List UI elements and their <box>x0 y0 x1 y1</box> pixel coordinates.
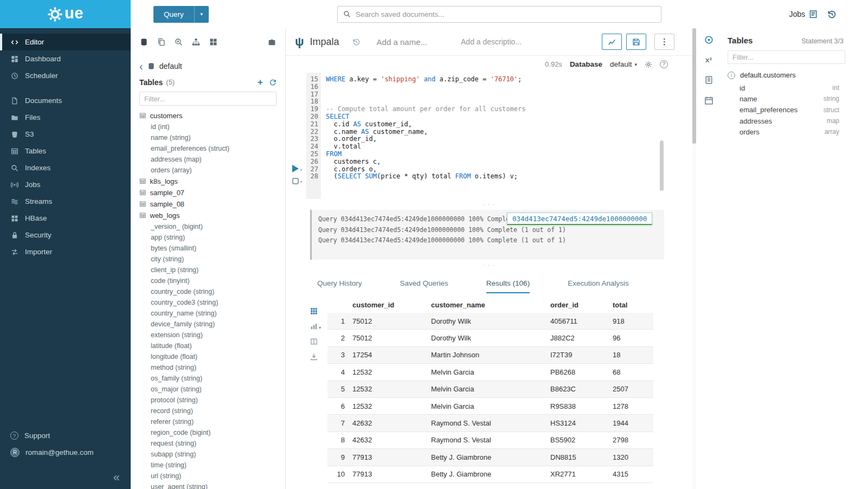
tab-results-106[interactable]: Results (106) <box>486 279 530 293</box>
query-description-field[interactable]: Add a descriptio... <box>461 37 522 46</box>
job-id-tooltip[interactable]: 034d413ec7474ed5:4249de1000000000 <box>507 213 652 225</box>
columns-view-icon[interactable] <box>310 338 318 345</box>
assist-column[interactable]: country_code (string) <box>139 286 277 297</box>
sidebar-item-dashboard[interactable]: Dashboard <box>0 50 131 67</box>
assist-column[interactable]: os_family (string) <box>139 373 277 384</box>
assistant-icon[interactable] <box>704 35 713 44</box>
assist-column[interactable]: country_name (string) <box>139 308 277 319</box>
assist-column[interactable]: longitude (float) <box>139 351 277 362</box>
execute-button[interactable]: ▾ <box>292 165 303 172</box>
assist-column[interactable]: name (string) <box>139 132 277 143</box>
assist-table[interactable]: web_logs <box>139 210 277 221</box>
database-breadcrumb[interactable]: default <box>159 62 182 70</box>
results-row[interactable]: 742632Raymond S. VestalHS31241944 <box>327 415 653 432</box>
code-line[interactable]: 23 o.order_id, <box>286 136 692 143</box>
hue-logo[interactable]: ue <box>0 0 131 28</box>
sources-icon[interactable] <box>140 38 148 46</box>
sql-editor[interactable]: 15WHERE a.key = 'shipping' and a.zip_cod… <box>286 73 692 199</box>
functions-icon[interactable]: x² <box>705 56 712 64</box>
results-column-header[interactable]: total <box>613 301 653 309</box>
results-row[interactable]: 412532Melvin GarciaPB626868 <box>327 364 653 381</box>
code-line[interactable]: 16 <box>286 83 692 91</box>
right-column-row[interactable]: idint <box>740 82 839 93</box>
results-row[interactable]: 317254Martin JohnsonI72T3918 <box>327 347 653 364</box>
sitemap-icon[interactable] <box>192 38 200 46</box>
code-line[interactable]: 18 <box>286 98 692 106</box>
assist-column[interactable]: app (string) <box>139 232 277 243</box>
code-line[interactable]: 17 <box>286 91 692 99</box>
save-button[interactable] <box>626 34 646 50</box>
right-column-row[interactable]: namestring <box>740 93 839 104</box>
refresh-icon[interactable] <box>269 79 277 86</box>
results-column-header[interactable]: customer_name <box>431 301 550 309</box>
sidebar-item-scheduler[interactable]: Scheduler <box>0 67 131 84</box>
page-scrollbar[interactable] <box>692 28 696 489</box>
assist-table[interactable]: sample_08 <box>139 198 277 210</box>
code-line[interactable]: 22 c.name AS customer_name, <box>286 128 692 136</box>
sidebar-item-hbase[interactable]: HBase <box>0 210 131 227</box>
assist-column[interactable]: request (string) <box>139 438 277 449</box>
results-column-header[interactable]: order_id <box>550 301 613 309</box>
query-history-icon[interactable] <box>352 38 361 46</box>
scrollbar-thumb[interactable] <box>692 28 696 144</box>
schedule-icon[interactable] <box>704 96 713 105</box>
code-line[interactable]: 24 v.total <box>286 143 692 151</box>
assist-column[interactable]: method (string) <box>139 362 277 373</box>
assist-table[interactable]: customers <box>139 110 277 121</box>
sidebar-item-indexes[interactable]: Indexes <box>0 159 131 176</box>
tab-execution-analysis[interactable]: Execution Analysis <box>568 279 629 293</box>
sidebar-item-jobs[interactable]: Jobs <box>0 176 131 193</box>
sidebar-item-files[interactable]: Files <box>0 109 131 126</box>
documents-pane-icon[interactable] <box>157 38 165 46</box>
results-row[interactable]: 512532Melvin GarciaB8623C2507 <box>327 381 653 398</box>
right-column-row[interactable]: email_preferencesstruct <box>740 105 839 115</box>
assist-column[interactable]: user_agent (string) <box>139 481 277 489</box>
assist-column[interactable]: record (string) <box>139 406 277 416</box>
editor-scrollbar[interactable] <box>660 140 664 191</box>
results-row[interactable]: 842632Raymond S. VestalBS59022798 <box>327 432 653 449</box>
chart-button[interactable] <box>602 34 622 50</box>
history-icon[interactable] <box>827 10 837 19</box>
assist-table[interactable]: k8s_logs <box>139 176 277 187</box>
right-column-row[interactable]: ordersarray <box>740 126 839 137</box>
help-icon[interactable]: ? <box>660 60 668 68</box>
assist-column[interactable]: code (tinyint) <box>139 275 277 286</box>
assist-filter-input[interactable] <box>139 92 277 106</box>
sidebar-item-security[interactable]: Security <box>0 227 131 243</box>
assist-column[interactable]: addresses (map) <box>139 154 277 165</box>
sidebar-item-s3[interactable]: S3 <box>0 126 131 143</box>
language-reference-icon[interactable] <box>704 75 713 85</box>
back-chevron-icon[interactable]: ‹ <box>139 63 143 69</box>
results-row[interactable]: 1077913Betty J. GiambroneXR27714315 <box>327 466 653 483</box>
assist-column[interactable]: extension (string) <box>139 330 277 340</box>
results-column-header[interactable]: customer_id <box>352 301 431 309</box>
search-input[interactable] <box>356 10 655 18</box>
database-select[interactable]: default ▾ <box>610 60 637 68</box>
query-dropdown-caret[interactable]: ▾ <box>194 6 209 23</box>
chart-view-button[interactable]: ▾ <box>310 323 321 330</box>
query-name-field[interactable]: Add a name... <box>377 37 427 47</box>
results-row[interactable]: 977913Betty J. GiambroneDN88151320 <box>327 449 653 466</box>
download-icon[interactable] <box>310 353 318 361</box>
assist-column[interactable]: latitude (float) <box>139 340 277 351</box>
assist-column[interactable]: id (int) <box>139 121 277 132</box>
sidebar-item-streams[interactable]: Streams <box>0 193 131 210</box>
sidebar-item-support[interactable]: ? Support <box>0 427 131 444</box>
apps-grid-icon[interactable] <box>209 38 217 46</box>
code-line[interactable]: 28 (SELECT SUM(price * qty) total FROM o… <box>286 173 692 181</box>
assist-column[interactable]: bytes (smallint) <box>139 243 277 254</box>
jobs-link[interactable]: Jobs <box>789 10 818 18</box>
assist-column[interactable]: region_code (bigint) <box>139 427 277 438</box>
code-line[interactable]: 19-- Compute total amount per order for … <box>286 106 692 113</box>
sidebar-item-editor[interactable]: Editor <box>0 34 131 50</box>
assist-column[interactable]: device_family (string) <box>139 319 277 330</box>
assist-column[interactable]: referer (string) <box>139 416 277 427</box>
code-line[interactable]: 26 customers c, <box>286 158 692 166</box>
right-filter-input[interactable] <box>728 50 845 64</box>
assist-column[interactable]: email_preferences (struct) <box>139 143 277 154</box>
assist-table[interactable]: sample_07 <box>139 187 277 198</box>
assist-column[interactable]: os_major (string) <box>139 384 277 395</box>
assist-column[interactable]: protocol (string) <box>139 395 277 406</box>
assist-column[interactable]: url (string) <box>139 471 277 481</box>
more-actions-button[interactable]: ⋮ <box>654 34 674 50</box>
